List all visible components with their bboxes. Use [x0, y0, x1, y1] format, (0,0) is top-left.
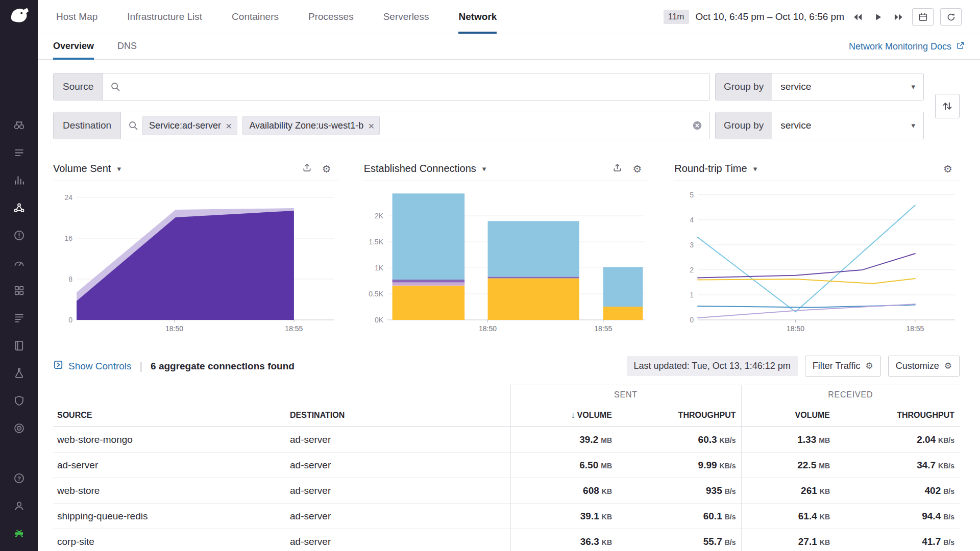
column-header-sent-volume-label: VOLUME — [577, 411, 612, 419]
help-icon[interactable]: ? — [0, 464, 38, 492]
destination-group-by-select[interactable]: service ▾ — [772, 112, 923, 139]
table-row[interactable]: shipping-queue-redis ad-server 39.1KB 60… — [53, 504, 960, 529]
filter-pill-availability-zone[interactable]: Availability Zone:us-west1-b × — [242, 116, 380, 135]
chart-title-round-trip-time[interactable]: Round-trip Time — [674, 163, 747, 174]
tab-serverless[interactable]: Serverless — [383, 0, 429, 34]
chevron-down-icon: ▾ — [911, 121, 915, 130]
destination-search-input[interactable] — [385, 112, 692, 139]
gear-icon[interactable]: ⚙ — [943, 163, 952, 175]
destination-group-by-value: service — [780, 120, 811, 131]
time-range-text[interactable]: Oct 10, 6:45 pm – Oct 10, 6:56 pm — [696, 11, 845, 22]
chevron-down-icon[interactable]: ▾ — [117, 164, 121, 173]
user-icon[interactable] — [0, 492, 38, 519]
tab-infrastructure-list[interactable]: Infrastructure List — [127, 0, 202, 34]
grid-blocks-icon[interactable] — [0, 277, 38, 304]
calendar-icon[interactable] — [912, 8, 934, 26]
fast-forward-icon[interactable] — [892, 10, 905, 24]
source-label: Source — [54, 73, 103, 100]
source-cell: web-store — [53, 478, 286, 504]
tab-host-map[interactable]: Host Map — [56, 0, 97, 34]
svg-text:18:50: 18:50 — [787, 324, 804, 333]
export-icon[interactable] — [612, 163, 622, 174]
chart-title-volume-sent[interactable]: Volume Sent — [53, 163, 111, 174]
established-connections-chart: 0K0.5K1K1.5K2K18:5018:55 — [364, 182, 649, 335]
source-search-input[interactable] — [125, 73, 709, 100]
close-icon[interactable]: × — [368, 120, 374, 131]
close-icon[interactable]: × — [226, 120, 232, 131]
column-header-sent-volume[interactable]: ↓VOLUME — [510, 405, 625, 427]
target-icon[interactable] — [0, 414, 38, 442]
table-row[interactable]: ad-server ad-server 6.50MB 9.99KB/s 22.5… — [53, 453, 960, 478]
tab-overview[interactable]: Overview — [53, 34, 94, 60]
rewind-icon[interactable] — [851, 10, 865, 24]
recv-volume-value: 1.33 — [797, 434, 816, 445]
tab-containers[interactable]: Containers — [232, 0, 279, 34]
main-area: Host Map Infrastructure List Containers … — [38, 0, 980, 551]
customize-label: Customize — [896, 361, 939, 371]
source-group-by-select[interactable]: service ▾ — [772, 73, 923, 100]
recv-volume-value: 22.5 — [797, 460, 816, 470]
sent-throughput-cell: 60.1B/s — [625, 504, 741, 529]
network-graph-icon[interactable] — [0, 194, 38, 221]
sent-throughput-value: 935 — [706, 485, 722, 496]
svg-text:0: 0 — [68, 316, 72, 324]
clear-filters-icon[interactable] — [692, 120, 702, 131]
datadog-logo[interactable] — [7, 4, 31, 30]
destination-filter-row: Destination Service:ad-server × Availabi… — [53, 112, 924, 139]
gear-icon[interactable]: ⚙ — [632, 163, 642, 175]
table-row[interactable]: web-store-mongo ad-server 39.2MB 60.3KB/… — [53, 427, 960, 453]
chevron-down-icon[interactable]: ▾ — [753, 164, 757, 173]
column-header-source[interactable]: SOURCE — [53, 405, 286, 427]
svg-text:18:50: 18:50 — [165, 324, 183, 333]
svg-text:2: 2 — [690, 266, 694, 274]
tab-processes[interactable]: Processes — [308, 0, 354, 34]
sent-volume-unit: MB — [601, 462, 612, 470]
svg-text:18:50: 18:50 — [479, 324, 497, 333]
column-header-destination[interactable]: DESTINATION — [286, 405, 510, 427]
column-header-sent-throughput[interactable]: THROUGHPUT — [625, 405, 741, 427]
play-icon[interactable] — [871, 10, 885, 24]
status-row: Show Controls | 6 aggregate connections … — [53, 356, 960, 377]
alert-circle-icon[interactable] — [0, 221, 38, 249]
svg-text:18:55: 18:55 — [906, 324, 924, 333]
export-icon[interactable] — [302, 163, 312, 174]
recv-throughput-unit: B/s — [943, 513, 954, 521]
notebook-icon[interactable] — [0, 332, 38, 359]
recv-throughput-unit: B/s — [943, 487, 954, 495]
binoculars-icon[interactable] — [0, 111, 38, 139]
customize-button[interactable]: Customize ⚙ — [888, 356, 960, 377]
table-row[interactable]: corp-site ad-server 36.3KB 55.7B/s 27.1K… — [53, 529, 960, 551]
table-row[interactable]: web-store ad-server 608KB 935B/s 261KB 4… — [53, 478, 960, 504]
flask-icon[interactable] — [0, 359, 38, 387]
log-lines-icon[interactable] — [0, 304, 38, 332]
chevron-down-icon[interactable]: ▾ — [482, 164, 486, 173]
bits-invader-icon[interactable] — [0, 519, 38, 547]
column-header-received-throughput[interactable]: THROUGHPUT — [843, 405, 960, 427]
filter-traffic-label: Filter Traffic — [813, 361, 861, 371]
sent-volume-unit: KB — [602, 513, 612, 521]
search-icon — [110, 82, 120, 92]
gear-icon[interactable]: ⚙ — [322, 163, 331, 175]
chart-title-established-connections[interactable]: Established Connections — [364, 163, 476, 174]
shield-icon[interactable] — [0, 387, 38, 414]
chevron-down-icon: ▾ — [911, 82, 915, 91]
external-link-icon — [956, 41, 965, 53]
svg-text:5: 5 — [690, 191, 694, 199]
svg-text:18:55: 18:55 — [285, 324, 303, 333]
svg-text:4: 4 — [690, 216, 694, 224]
refresh-icon[interactable] — [940, 8, 962, 26]
gauge-icon[interactable] — [0, 249, 38, 277]
swap-source-destination-button[interactable] — [935, 94, 960, 118]
network-monitoring-docs-link[interactable]: Network Monitoring Docs — [849, 34, 965, 59]
destination-group-by-label: Group by — [716, 112, 772, 139]
recv-throughput-value: 402 — [925, 485, 941, 496]
filter-pill-service[interactable]: Service:ad-server × — [142, 116, 237, 135]
sent-volume-value: 36.3 — [580, 536, 599, 547]
tab-network[interactable]: Network — [458, 0, 497, 34]
bar-chart-icon[interactable] — [0, 166, 38, 194]
tab-dns[interactable]: DNS — [117, 34, 137, 60]
event-list-icon[interactable] — [0, 139, 38, 166]
filter-traffic-button[interactable]: Filter Traffic ⚙ — [805, 356, 881, 377]
column-header-received-volume[interactable]: VOLUME — [741, 405, 843, 427]
show-controls-link[interactable]: Show Controls — [53, 360, 132, 372]
